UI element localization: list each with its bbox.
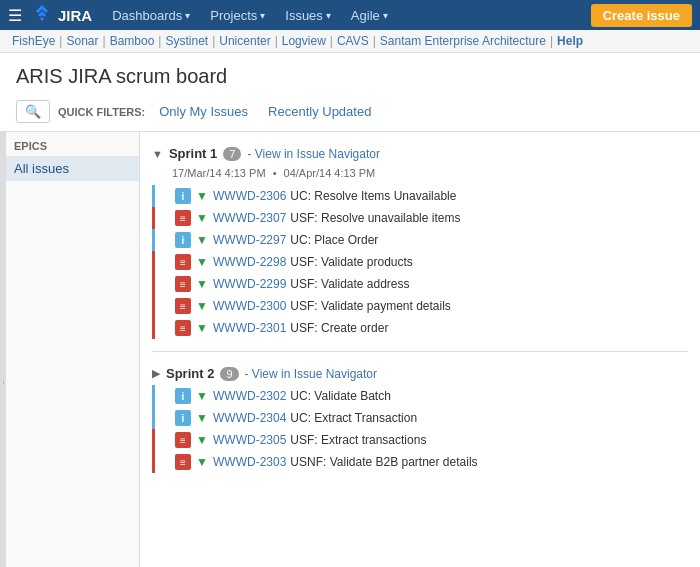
issue-row[interactable]: ≡ ▼ WWWD-2307 USF: Resolve unavailable i…	[152, 207, 688, 229]
content-area: ▼ Sprint 1 7 - View in Issue Navigator 1…	[140, 132, 700, 567]
issue-key[interactable]: WWWD-2299	[213, 277, 286, 291]
main-layout: · · · EPICS All issues ▼ Sprint 1 7 - Vi…	[0, 131, 700, 567]
issue-summary: USF: Create order	[290, 321, 388, 335]
unicenter-link[interactable]: Unicenter	[215, 34, 274, 48]
filters-label: Quick Filters:	[58, 106, 145, 118]
filters-bar: 🔍 Quick Filters: Only My Issues Recently…	[0, 96, 700, 131]
sprint-divider	[152, 351, 688, 352]
logview-link[interactable]: Logview	[278, 34, 330, 48]
sprint-1-issues: i ▼ WWWD-2306 UC: Resolve Items Unavaila…	[152, 185, 688, 339]
sidebar-handle[interactable]: · · ·	[0, 132, 6, 567]
top-navigation: ☰ JIRA Dashboards▾ Projects▾ Issues▾ Agi…	[0, 0, 700, 30]
page-header: ARIS JIRA scrum board	[0, 53, 700, 96]
page-title: ARIS JIRA scrum board	[16, 65, 684, 88]
bug-type-icon: ≡	[175, 210, 191, 226]
issue-row[interactable]: ≡ ▼ WWWD-2303 USNF: Validate B2B partner…	[152, 451, 688, 473]
issue-row[interactable]: i ▼ WWWD-2302 UC: Validate Batch	[152, 385, 688, 407]
issues-nav[interactable]: Issues▾	[277, 0, 339, 30]
issue-summary: USF: Validate products	[290, 255, 413, 269]
santam-link[interactable]: Santam Enterprise Architecture	[376, 34, 550, 48]
projects-nav[interactable]: Projects▾	[202, 0, 273, 30]
priority-down-icon: ▼	[195, 455, 209, 469]
sprint-1-name: Sprint 1	[169, 146, 217, 161]
create-issue-button[interactable]: Create issue	[591, 4, 692, 27]
sprint-1-toggle[interactable]: ▼	[152, 148, 163, 160]
issue-row[interactable]: ≡ ▼ WWWD-2301 USF: Create order	[152, 317, 688, 339]
story-type-icon: i	[175, 188, 191, 204]
sprint-section-2: ▶ Sprint 2 9 - View in Issue Navigator i…	[152, 360, 688, 473]
priority-down-icon: ▼	[195, 411, 209, 425]
sprint-2-name: Sprint 2	[166, 366, 214, 381]
epics-label: EPICS	[6, 132, 139, 156]
bug-type-icon: ≡	[175, 254, 191, 270]
issue-row[interactable]: i ▼ WWWD-2304 UC: Extract Transaction	[152, 407, 688, 429]
story-type-icon: i	[175, 388, 191, 404]
cavs-link[interactable]: CAVS	[333, 34, 373, 48]
bug-type-icon: ≡	[175, 454, 191, 470]
issue-row[interactable]: ≡ ▼ WWWD-2299 USF: Validate address	[152, 273, 688, 295]
sprint-2-header: ▶ Sprint 2 9 - View in Issue Navigator	[152, 360, 688, 385]
priority-down-icon: ▼	[195, 389, 209, 403]
issue-summary: USF: Resolve unavailable items	[290, 211, 460, 225]
systinet-link[interactable]: Systinet	[161, 34, 212, 48]
handle-dots: · · ·	[0, 381, 8, 382]
priority-down-icon: ▼	[195, 321, 209, 335]
fisheye-link[interactable]: FishEye	[8, 34, 59, 48]
hamburger-menu[interactable]: ☰	[8, 6, 22, 25]
jira-logo[interactable]: JIRA	[30, 3, 92, 27]
sprint-1-navigator-link[interactable]: - View in Issue Navigator	[247, 147, 380, 161]
help-link[interactable]: Help	[553, 34, 587, 48]
story-type-icon: i	[175, 232, 191, 248]
issue-summary: UC: Place Order	[290, 233, 378, 247]
priority-down-icon: ▼	[195, 233, 209, 247]
sprint-2-issues: i ▼ WWWD-2302 UC: Validate Batch i ▼ WWW…	[152, 385, 688, 473]
dashboards-nav[interactable]: Dashboards▾	[104, 0, 198, 30]
issue-key[interactable]: WWWD-2301	[213, 321, 286, 335]
issue-summary: UC: Extract Transaction	[290, 411, 417, 425]
priority-down-icon: ▼	[195, 189, 209, 203]
priority-down-icon: ▼	[195, 211, 209, 225]
issue-key[interactable]: WWWD-2306	[213, 189, 286, 203]
sonar-link[interactable]: Sonar	[62, 34, 102, 48]
issue-key[interactable]: WWWD-2300	[213, 299, 286, 313]
issue-row[interactable]: ≡ ▼ WWWD-2298 USF: Validate products	[152, 251, 688, 273]
issue-key[interactable]: WWWD-2305	[213, 433, 286, 447]
issue-key[interactable]: WWWD-2302	[213, 389, 286, 403]
issue-key[interactable]: WWWD-2304	[213, 411, 286, 425]
issue-summary: UC: Resolve Items Unavailable	[290, 189, 456, 203]
issue-key[interactable]: WWWD-2297	[213, 233, 286, 247]
recently-updated-filter[interactable]: Recently Updated	[262, 102, 377, 121]
sprint-2-toggle[interactable]: ▶	[152, 367, 160, 380]
links-bar: FishEye | Sonar | Bamboo | Systinet | Un…	[0, 30, 700, 53]
issue-summary: USF: Validate address	[290, 277, 409, 291]
bug-type-icon: ≡	[175, 432, 191, 448]
priority-down-icon: ▼	[195, 433, 209, 447]
issue-summary: USNF: Validate B2B partner details	[290, 455, 477, 469]
issue-row[interactable]: ≡ ▼ WWWD-2305 USF: Extract transactions	[152, 429, 688, 451]
sprint-2-badge: 9	[220, 367, 238, 381]
sidebar-content: EPICS All issues	[0, 132, 139, 181]
only-my-issues-filter[interactable]: Only My Issues	[153, 102, 254, 121]
sprint-section-1: ▼ Sprint 1 7 - View in Issue Navigator 1…	[152, 140, 688, 339]
issue-row[interactable]: i ▼ WWWD-2306 UC: Resolve Items Unavaila…	[152, 185, 688, 207]
agile-nav[interactable]: Agile▾	[343, 0, 396, 30]
issue-key[interactable]: WWWD-2307	[213, 211, 286, 225]
priority-down-icon: ▼	[195, 299, 209, 313]
sprint-1-badge: 7	[223, 147, 241, 161]
sprint-1-header: ▼ Sprint 1 7 - View in Issue Navigator	[152, 140, 688, 165]
jira-logo-icon	[30, 3, 54, 27]
priority-down-icon: ▼	[195, 277, 209, 291]
issue-summary: USF: Validate payment details	[290, 299, 451, 313]
jira-text: JIRA	[58, 7, 92, 24]
bamboo-link[interactable]: Bamboo	[106, 34, 159, 48]
sidebar: · · · EPICS All issues	[0, 132, 140, 567]
sprint-2-navigator-link[interactable]: - View in Issue Navigator	[245, 367, 378, 381]
issue-row[interactable]: ≡ ▼ WWWD-2300 USF: Validate payment deta…	[152, 295, 688, 317]
sidebar-item-all-issues[interactable]: All issues	[6, 156, 139, 181]
search-button[interactable]: 🔍	[16, 100, 50, 123]
issue-key[interactable]: WWWD-2298	[213, 255, 286, 269]
bug-type-icon: ≡	[175, 276, 191, 292]
story-type-icon: i	[175, 410, 191, 426]
issue-key[interactable]: WWWD-2303	[213, 455, 286, 469]
issue-row[interactable]: i ▼ WWWD-2297 UC: Place Order	[152, 229, 688, 251]
